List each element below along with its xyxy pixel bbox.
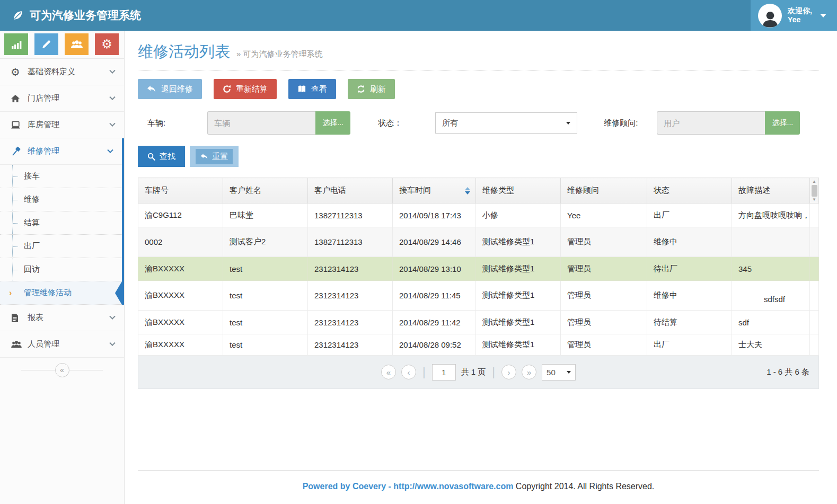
sidebar-item-label: 基础资料定义 bbox=[28, 67, 75, 77]
table-row-selected[interactable]: 渝BXXXXX test 2312314123 2014/08/29 13:10… bbox=[138, 257, 819, 281]
main-content: 维修活动列表 » 可为汽修业务管理系统 退回维修 重新 bbox=[125, 31, 837, 504]
sidebar-item-base-data[interactable]: ⚙ 基础资料定义 bbox=[0, 59, 124, 85]
search-icon bbox=[147, 153, 155, 161]
gears-quick-button[interactable]: ⚙ bbox=[95, 33, 119, 55]
user-avatar-icon bbox=[758, 4, 782, 28]
cell-status: 待出厂 bbox=[647, 257, 732, 281]
scroll-up-icon[interactable]: ▲ bbox=[812, 180, 816, 184]
vertical-scrollbar[interactable]: ▲ ▼ bbox=[810, 179, 818, 203]
sidebar-item-warehouse-mgmt[interactable]: 库房管理 bbox=[0, 112, 124, 138]
sidebar-item-store-mgmt[interactable]: 门店管理 bbox=[0, 85, 124, 112]
button-label: 退回维修 bbox=[161, 84, 193, 94]
find-button[interactable]: 查找 bbox=[138, 146, 185, 167]
sidebar-item-label: 库房管理 bbox=[28, 120, 59, 130]
next-page-button[interactable]: › bbox=[501, 365, 516, 379]
sort-icon[interactable] bbox=[465, 187, 470, 194]
table-row[interactable]: 渝C9G112 巴味堂 13827112313 2014/09/18 17:43… bbox=[138, 204, 819, 227]
column-header-type[interactable]: 维修类型 bbox=[476, 178, 561, 204]
user-menu[interactable]: 欢迎你, Yee bbox=[751, 0, 837, 31]
sidebar-collapse-button[interactable]: « bbox=[55, 363, 69, 377]
scrollbar-thumb[interactable] bbox=[812, 185, 817, 197]
pencil-icon bbox=[41, 39, 51, 49]
first-page-button[interactable]: « bbox=[381, 365, 396, 379]
column-header-time[interactable]: 接车时间 bbox=[393, 178, 476, 204]
cell-status: 出厂 bbox=[647, 204, 732, 227]
users-quick-button[interactable] bbox=[65, 33, 89, 55]
sort-down-icon bbox=[465, 191, 470, 194]
table-row[interactable]: 0002 测试客户2 13827112313 2014/08/29 14:46 … bbox=[138, 227, 819, 257]
chevron-down-icon bbox=[109, 120, 115, 126]
status-filter-label: 状态： bbox=[378, 118, 402, 128]
column-header-advisor[interactable]: 维修顾问 bbox=[561, 178, 647, 204]
recalculate-button[interactable]: 重新结算 bbox=[214, 79, 277, 99]
sidebar-subitem-receive[interactable]: 接车 bbox=[0, 165, 122, 188]
vehicle-input[interactable] bbox=[207, 111, 315, 135]
return-repair-button[interactable]: 退回维修 bbox=[138, 79, 202, 99]
table-row[interactable]: 渝BXXXXX test 2312314123 2014/08/28 09:52… bbox=[138, 334, 819, 356]
column-header-phone[interactable]: 客户电话 bbox=[308, 178, 393, 204]
button-label: 查看 bbox=[311, 84, 327, 94]
advisor-filter-label: 维修顾问: bbox=[604, 118, 638, 128]
page-size-select[interactable]: 50 bbox=[542, 364, 576, 381]
sidebar-item-reports[interactable]: 报表 bbox=[0, 305, 124, 331]
sidebar-subitem-manage-repair-activities[interactable]: › 管理维修活动 bbox=[0, 281, 122, 305]
reset-undo-icon bbox=[200, 153, 208, 160]
advisor-select-button[interactable]: 选择... bbox=[765, 111, 800, 135]
select-caret-icon bbox=[566, 122, 570, 125]
sidebar-item-repair-mgmt[interactable]: 维修管理 bbox=[0, 138, 122, 165]
table-scrollbar[interactable]: ▲ ▼ bbox=[810, 178, 819, 204]
chart-quick-button[interactable] bbox=[4, 33, 28, 55]
sidebar-item-personnel-mgmt[interactable]: 人员管理 bbox=[0, 331, 124, 358]
cell-desc: 士大夫 bbox=[732, 334, 810, 356]
chevron-down-icon bbox=[109, 313, 115, 319]
table-row[interactable]: 渝BXXXXX test 2312314123 2014/08/29 11:45… bbox=[138, 281, 819, 311]
column-header-status[interactable]: 状态 bbox=[647, 178, 732, 204]
page-head: 维修活动列表 » 可为汽修业务管理系统 bbox=[138, 31, 819, 70]
footer-link[interactable]: Powered by Coevery - http://www.novasoft… bbox=[303, 482, 514, 491]
users-group-icon bbox=[71, 40, 83, 49]
cell-plate: 渝C9G112 bbox=[138, 204, 223, 227]
cell-phone: 2312314123 bbox=[308, 281, 393, 311]
sidebar-subitem-follow-up[interactable]: 回访 bbox=[0, 258, 122, 281]
cell-time: 2014/08/29 11:42 bbox=[393, 311, 476, 334]
cell-desc bbox=[732, 227, 810, 257]
advisor-input[interactable] bbox=[657, 111, 765, 135]
reset-inner: 重置 bbox=[196, 149, 233, 164]
reset-button[interactable]: 重置 bbox=[190, 146, 239, 167]
vehicle-filter-label: 车辆: bbox=[147, 118, 165, 128]
prev-page-button[interactable]: ‹ bbox=[401, 365, 416, 379]
cell-time: 2014/09/18 17:43 bbox=[393, 204, 476, 227]
pagination-bar: « ‹ | 共 1 页 | › » 50 1 - 6 共 6 条 bbox=[138, 356, 819, 389]
footer-copyright: Copyright 2014. All Rights Reserved. bbox=[513, 482, 654, 491]
column-header-desc[interactable]: 故障描述 bbox=[732, 178, 810, 204]
cell-type: 测试维修类型1 bbox=[476, 227, 561, 257]
user-caret-down-icon[interactable] bbox=[820, 14, 826, 17]
last-page-button[interactable]: » bbox=[522, 365, 536, 379]
sidebar-subitem-settle[interactable]: 结算 bbox=[0, 211, 122, 235]
total-pages-label: 共 1 页 bbox=[461, 367, 486, 377]
button-label: 刷新 bbox=[370, 84, 386, 94]
table-row[interactable]: 渝BXXXXX test 2312314123 2014/08/29 11:42… bbox=[138, 311, 819, 334]
laptop-icon bbox=[11, 121, 28, 129]
sidebar: ⚙ ⚙ 基础资料定义 门店管理 库房管理 bbox=[0, 31, 125, 504]
pagination-separator: | bbox=[422, 365, 426, 379]
status-select[interactable]: 所有 bbox=[435, 112, 577, 134]
repair-submenu: 接车 维修 结算 出厂 回访 › 管理维修活动 bbox=[0, 165, 122, 305]
vehicle-select-button[interactable]: 选择... bbox=[315, 111, 350, 135]
pencil-quick-button[interactable] bbox=[34, 33, 58, 55]
cell-plate: 渝BXXXXX bbox=[138, 281, 223, 311]
report-icon bbox=[11, 313, 28, 323]
chevron-down-icon bbox=[107, 147, 113, 153]
sort-up-icon bbox=[465, 187, 470, 190]
page-number-input[interactable] bbox=[432, 364, 456, 381]
column-header-customer[interactable]: 客户姓名 bbox=[223, 178, 308, 204]
subitem-label: 回访 bbox=[24, 264, 40, 275]
refresh-button[interactable]: 刷新 bbox=[348, 79, 395, 99]
sidebar-subitem-leave-factory[interactable]: 出厂 bbox=[0, 235, 122, 258]
sidebar-subitem-repair[interactable]: 维修 bbox=[0, 188, 122, 211]
scroll-down-icon[interactable]: ▼ bbox=[812, 198, 816, 202]
cell-type: 测试维修类型1 bbox=[476, 334, 561, 356]
column-header-plate[interactable]: 车牌号 bbox=[138, 178, 223, 204]
cell-customer: 巴味堂 bbox=[223, 204, 308, 227]
view-button[interactable]: 查看 bbox=[288, 79, 336, 99]
